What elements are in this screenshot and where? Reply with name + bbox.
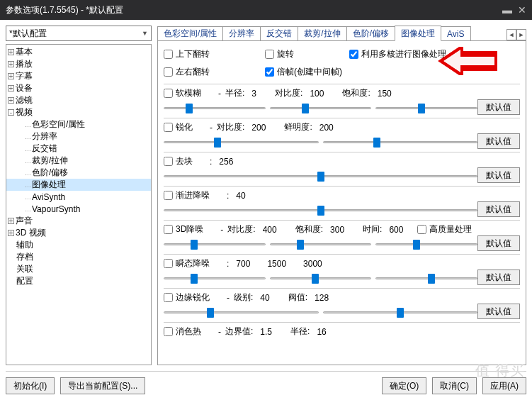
check-multicore[interactable]: 利用多核进行图像处理 bbox=[349, 48, 446, 60]
check-dn3d[interactable]: 3D降噪 bbox=[164, 223, 203, 235]
slider[interactable] bbox=[323, 135, 478, 148]
checkbox-grad[interactable] bbox=[164, 191, 173, 200]
check-temporal[interactable]: 瞬态降噪 bbox=[164, 257, 210, 270]
check-grad[interactable]: 渐进降噪 bbox=[164, 189, 210, 201]
check-double-frame[interactable]: 倍帧(创建中间帧) bbox=[265, 66, 342, 78]
default-button[interactable]: 默认值 bbox=[477, 201, 520, 217]
tab-色彩空间/属性[interactable]: 色彩空间/属性 bbox=[157, 26, 223, 40]
tree-item-关联[interactable]: 关联 bbox=[6, 263, 151, 275]
tree-item-播放[interactable]: + 播放 bbox=[6, 58, 151, 70]
tab-图像处理[interactable]: 图像处理 bbox=[395, 26, 441, 41]
slider-thumb[interactable] bbox=[418, 104, 425, 113]
tree-item-VapourSynth[interactable]: …VapourSynth bbox=[6, 203, 151, 215]
tree-item-反交错[interactable]: …反交错 bbox=[6, 143, 151, 155]
tree-item-存档[interactable]: 存档 bbox=[6, 251, 151, 263]
slider-thumb[interactable] bbox=[373, 138, 380, 148]
collapse-icon[interactable]: - bbox=[8, 109, 14, 116]
expand-icon[interactable]: + bbox=[8, 218, 14, 224]
checkbox-last[interactable] bbox=[164, 327, 173, 336]
tree-item-色彩空间/属性[interactable]: …色彩空间/属性 bbox=[6, 118, 151, 130]
tree-item-分辨率[interactable]: …分辨率 bbox=[6, 130, 151, 143]
check-edge[interactable]: 边缘锐化 bbox=[164, 291, 210, 304]
expand-icon[interactable]: + bbox=[8, 97, 14, 104]
slider-thumb[interactable] bbox=[317, 172, 324, 182]
check-rotate[interactable]: 旋转 bbox=[265, 48, 294, 60]
check-blur[interactable]: 软模糊 bbox=[164, 87, 201, 99]
check-deblock[interactable]: 去块 bbox=[164, 155, 193, 167]
tree-item-辅助[interactable]: 辅助 bbox=[6, 239, 151, 251]
slider[interactable] bbox=[164, 306, 319, 318]
slider[interactable] bbox=[164, 135, 319, 148]
close-icon[interactable]: ✕ bbox=[518, 4, 526, 16]
slider[interactable] bbox=[164, 272, 266, 284]
tree-item-AviSynth[interactable]: …AviSynth bbox=[6, 191, 151, 203]
tree-item-裁剪/拉伸[interactable]: …裁剪/拉伸 bbox=[6, 155, 151, 167]
slider-thumb[interactable] bbox=[413, 240, 420, 250]
config-combo[interactable]: *默认配置 ▼ bbox=[6, 26, 152, 41]
slider[interactable] bbox=[323, 306, 478, 318]
slider[interactable] bbox=[270, 238, 372, 250]
default-button[interactable]: 默认值 bbox=[477, 167, 520, 183]
tab-scroll-right-icon[interactable]: ► bbox=[516, 29, 526, 40]
tree-item-视频[interactable]: - 视频 bbox=[6, 106, 151, 118]
checkbox-temporal[interactable] bbox=[164, 259, 173, 268]
slider[interactable] bbox=[164, 170, 477, 182]
tree-item-3D 视频[interactable]: + 3D 视频 bbox=[6, 227, 151, 239]
check-flip-v[interactable]: 上下翻转 bbox=[164, 48, 210, 60]
tree-item-配置[interactable]: 配置 bbox=[6, 275, 151, 287]
tree-item-基本[interactable]: + 基本 bbox=[6, 46, 151, 58]
expand-icon[interactable]: + bbox=[8, 85, 14, 91]
check-sharpen[interactable]: 锐化 bbox=[164, 121, 193, 133]
default-button[interactable]: 默认值 bbox=[477, 99, 520, 115]
checkbox-dn3d-hq[interactable] bbox=[417, 225, 426, 234]
slider[interactable] bbox=[375, 238, 477, 250]
slider-thumb[interactable] bbox=[397, 308, 404, 318]
slider[interactable] bbox=[164, 101, 266, 114]
init-button[interactable]: 初始化(I) bbox=[6, 377, 55, 394]
default-button[interactable]: 默认值 bbox=[477, 304, 520, 319]
slider[interactable] bbox=[164, 238, 266, 250]
slider-thumb[interactable] bbox=[317, 206, 324, 216]
expand-icon[interactable]: + bbox=[8, 73, 14, 79]
slider-thumb[interactable] bbox=[186, 104, 193, 113]
tree-item-滤镜[interactable]: + 滤镜 bbox=[6, 94, 151, 106]
tab-裁剪/拉伸[interactable]: 裁剪/拉伸 bbox=[298, 26, 346, 40]
slider-thumb[interactable] bbox=[207, 308, 214, 318]
nav-tree[interactable]: + 基本+ 播放+ 字幕+ 设备+ 滤镜- 视频…色彩空间/属性…分辨率…反交错… bbox=[6, 44, 152, 365]
tree-item-设备[interactable]: + 设备 bbox=[6, 82, 151, 94]
tab-scroll-left-icon[interactable]: ◄ bbox=[506, 29, 516, 40]
default-button[interactable]: 默认值 bbox=[477, 235, 520, 251]
checkbox-deblock[interactable] bbox=[164, 157, 173, 166]
slider-thumb[interactable] bbox=[191, 274, 198, 284]
minimize-icon[interactable]: ▬ bbox=[502, 4, 512, 16]
tree-item-声音[interactable]: + 声音 bbox=[6, 215, 151, 227]
slider-thumb[interactable] bbox=[302, 104, 309, 113]
tab-AviS[interactable]: AviS bbox=[441, 26, 470, 40]
slider[interactable] bbox=[375, 101, 477, 114]
expand-icon[interactable]: + bbox=[8, 49, 14, 55]
default-button[interactable]: 默认值 bbox=[477, 133, 520, 149]
slider-thumb[interactable] bbox=[428, 274, 435, 284]
checkbox-dn3d[interactable] bbox=[164, 225, 173, 234]
tree-item-图像处理[interactable]: …图像处理 bbox=[6, 179, 151, 191]
slider-thumb[interactable] bbox=[297, 240, 304, 250]
checkbox-blur[interactable] bbox=[164, 89, 173, 98]
expand-icon[interactable]: + bbox=[8, 230, 14, 236]
cancel-button[interactable]: 取消(C) bbox=[432, 377, 477, 394]
expand-icon[interactable]: + bbox=[8, 61, 14, 67]
checkbox-flip-h[interactable] bbox=[164, 67, 173, 77]
tree-item-色阶/偏移[interactable]: …色阶/偏移 bbox=[6, 167, 151, 179]
tab-反交错[interactable]: 反交错 bbox=[260, 26, 298, 40]
apply-button[interactable]: 应用(A) bbox=[482, 377, 526, 394]
checkbox-flip-v[interactable] bbox=[164, 50, 173, 59]
check-last[interactable]: 消色热 bbox=[164, 326, 201, 338]
tab-分辨率[interactable]: 分辨率 bbox=[222, 26, 261, 40]
slider[interactable] bbox=[375, 272, 477, 284]
checkbox-rotate[interactable] bbox=[265, 50, 274, 59]
slider[interactable] bbox=[164, 204, 477, 216]
slider[interactable] bbox=[270, 272, 372, 284]
checkbox-multicore[interactable] bbox=[349, 50, 358, 59]
slider-thumb[interactable] bbox=[312, 274, 319, 284]
slider-thumb[interactable] bbox=[214, 138, 221, 148]
tree-item-字幕[interactable]: + 字幕 bbox=[6, 70, 151, 82]
